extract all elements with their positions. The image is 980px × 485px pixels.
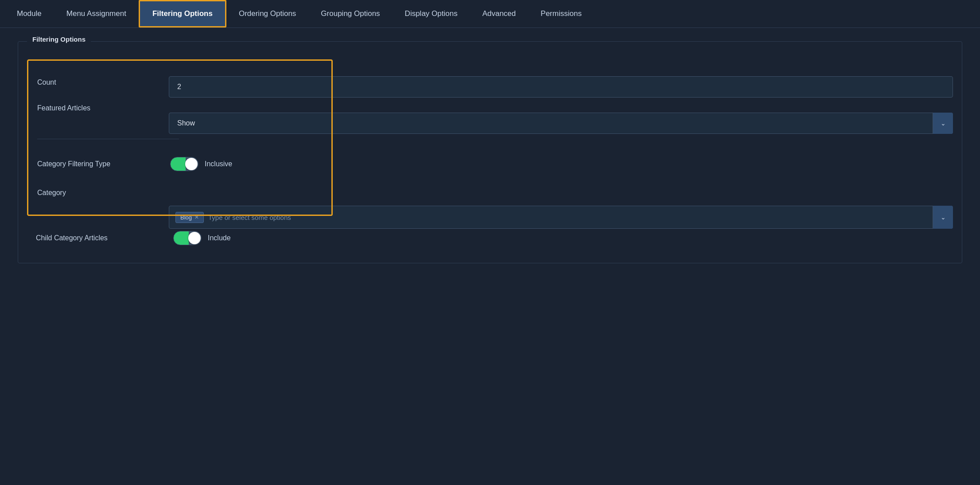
toggle-track-filtering[interactable] bbox=[170, 157, 198, 171]
section-title: Filtering Options bbox=[27, 35, 91, 43]
category-filtering-type-label: Category Filtering Type bbox=[37, 160, 170, 168]
tab-ordering-options[interactable]: Ordering Options bbox=[226, 1, 308, 26]
filtering-type-value: Inclusive bbox=[205, 160, 232, 168]
toggle-knob-filtering bbox=[185, 158, 198, 170]
category-dropdown-arrow[interactable]: ⌄ bbox=[933, 206, 953, 229]
category-label: Category bbox=[37, 189, 170, 197]
toggle-container-filtering: Inclusive bbox=[170, 157, 331, 171]
count-label: Count bbox=[37, 78, 170, 86]
category-filtering-type-row: Category Filtering Type Inclusive bbox=[37, 148, 331, 180]
count-row: Count bbox=[37, 70, 331, 95]
tab-advanced[interactable]: Advanced bbox=[470, 1, 529, 26]
tab-module[interactable]: Module bbox=[4, 1, 54, 26]
filtering-options-section: Filtering Options Count Featured Artic bbox=[18, 41, 962, 263]
featured-articles-dropdown-arrow[interactable]: ⌄ bbox=[933, 113, 953, 134]
child-category-label: Child Category Articles bbox=[36, 234, 160, 242]
section-body: Count Featured Articles bbox=[18, 46, 962, 263]
category-row: Category bbox=[37, 180, 331, 206]
section-divider bbox=[37, 139, 179, 139]
main-content: Filtering Options Count Featured Artic bbox=[0, 28, 980, 277]
tab-grouping-options[interactable]: Grouping Options bbox=[308, 1, 392, 26]
featured-articles-label: Featured Articles bbox=[37, 104, 170, 112]
tab-menu-assignment[interactable]: Menu Assignment bbox=[54, 1, 139, 26]
chevron-down-icon: ⌄ bbox=[941, 120, 946, 127]
category-filtering-toggle[interactable] bbox=[170, 157, 198, 171]
featured-articles-row: Featured Articles bbox=[37, 95, 331, 121]
tab-display-options[interactable]: Display Options bbox=[393, 1, 470, 26]
chevron-down-icon-category: ⌄ bbox=[941, 214, 946, 221]
category-filtering-type-control: Inclusive bbox=[170, 157, 331, 171]
tab-filtering-options[interactable]: Filtering Options bbox=[139, 0, 226, 27]
tab-navigation: Module Menu Assignment Filtering Options… bbox=[0, 0, 980, 28]
tab-permissions[interactable]: Permissions bbox=[528, 1, 594, 26]
